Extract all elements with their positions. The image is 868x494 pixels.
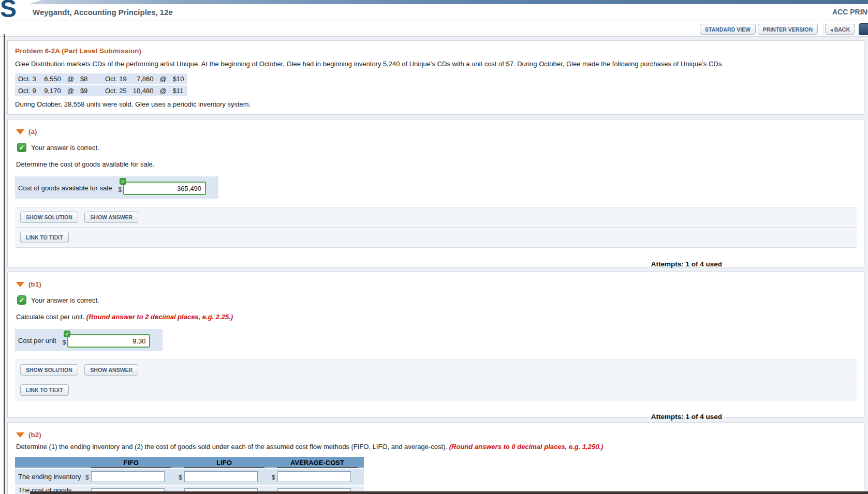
attempts-text: Attempts: 1 of 4 used <box>15 413 857 421</box>
purchase-cell: Oct. 3 <box>15 73 39 84</box>
purchase-cell: Oct. 19 <box>95 73 130 84</box>
collapse-triangle-icon[interactable] <box>16 129 24 134</box>
purchase-cell: @ <box>157 85 170 96</box>
table-cell: $ <box>271 469 364 485</box>
problem-outro: During October, 28,558 units were sold. … <box>15 100 857 108</box>
answer-field-label: Cost of goods available for sale <box>18 184 112 195</box>
collapse-triangle-icon[interactable] <box>16 432 24 438</box>
purchase-cell: 7,860 <box>130 73 157 84</box>
purchase-cell: $11 <box>170 85 187 96</box>
collapse-triangle-icon[interactable] <box>16 282 24 287</box>
assignment-content: Problem 6-2A (Part Level Submission) Gle… <box>7 40 864 494</box>
table-cell: $ <box>84 469 178 485</box>
status-text: Your answer is correct. <box>31 296 99 304</box>
purchase-cell: @ <box>157 73 170 84</box>
table-row: Oct. 9 9,170 @ $9 Oct. 25 10,480 @ $11 <box>15 85 187 96</box>
section-b2-prompt: Determine (1) the ending inventory and (… <box>16 443 857 451</box>
cost-per-unit-input[interactable] <box>67 334 150 348</box>
ending-inventory-average-cost-input[interactable] <box>277 471 351 482</box>
purchase-cell: Oct. 25 <box>95 85 130 96</box>
purchase-cell: $10 <box>170 73 187 84</box>
problem-statement-panel: Problem 6-2A (Part Level Submission) Gle… <box>7 40 864 115</box>
purchase-cell: @ <box>64 85 77 96</box>
pane-splitter <box>4 34 5 494</box>
row-label: The ending inventory <box>15 469 84 485</box>
show-solution-button[interactable]: SHOW SOLUTION <box>20 212 78 223</box>
show-answer-button[interactable]: SHOW ANSWER <box>84 212 138 223</box>
correct-badge-icon: ✓ <box>120 178 126 185</box>
link-to-text-button[interactable]: LINK TO TEXT <box>20 384 69 396</box>
course-code-label: ACC PRINC <box>832 8 868 16</box>
button-band: SHOW SOLUTION SHOW ANSWER LINK TO TEXT <box>15 207 857 248</box>
correct-badge-icon: ✓ <box>64 331 70 337</box>
printer-version-button[interactable]: PRINTER VERSION <box>758 24 818 35</box>
column-header-average-cost: AVERAGE-COST <box>271 457 364 468</box>
table-header-row: FIFO LIFO AVERAGE-COST <box>15 457 364 468</box>
button-band: SHOW SOLUTION SHOW ANSWER LINK TO TEXT <box>15 360 857 400</box>
wileyplus-logo-partial: S <box>0 0 16 23</box>
purchases-table: Oct. 3 6,550 @ $8 Oct. 19 7,860 @ $10 Oc… <box>15 72 187 97</box>
answer-field-label: Cost per unit <box>18 337 56 348</box>
currency-symbol: $ <box>118 186 122 193</box>
show-solution-button[interactable]: SHOW SOLUTION <box>20 364 78 376</box>
currency-symbol: $ <box>272 474 275 481</box>
section-b1-prompt: Calculate cost per unit. (Round answer t… <box>16 313 857 321</box>
status-text: Your answer is correct. <box>31 144 99 152</box>
toolbar: STANDARD VIEW PRINTER VERSION ◂BACK <box>0 21 868 37</box>
empty-header-cell <box>15 457 84 468</box>
section-b2-panel: (b2) Determine (1) the ending inventory … <box>7 422 864 494</box>
prompt-text: Calculate cost per unit. <box>16 313 86 321</box>
currency-symbol: $ <box>179 474 182 481</box>
section-a-panel: (a) ✓ Your answer is correct. Determine … <box>7 119 864 267</box>
answer-field-row: Cost per unit $ ✓ <box>15 329 163 351</box>
section-b2-label: (b2) <box>28 431 41 439</box>
standard-view-button[interactable]: STANDARD VIEW <box>700 24 756 35</box>
problem-title: Problem 6-2A (Part Level Submission) <box>15 47 857 55</box>
rounding-note: (Round answers to 0 decimal places, e.g.… <box>449 443 604 451</box>
purchase-cell: $9 <box>77 85 95 96</box>
correct-check-icon: ✓ <box>17 295 26 305</box>
purchase-cell: 10,480 <box>130 85 157 96</box>
top-accent-bar <box>28 0 868 4</box>
attempts-text: Attempts: 1 of 4 used <box>15 260 857 268</box>
purchase-cell: Oct. 9 <box>15 85 39 96</box>
table-row: Oct. 3 6,550 @ $8 Oct. 19 7,860 @ $10 <box>15 73 187 84</box>
next-button-cutoff[interactable] <box>859 23 868 35</box>
ending-inventory-fifo-input[interactable] <box>91 471 165 482</box>
section-a-label: (a) <box>28 128 37 136</box>
rounding-note: (Round answer to 2 decimal places, e.g. … <box>86 313 233 321</box>
back-button[interactable]: ◂BACK <box>825 24 855 35</box>
cost-flow-methods-table: FIFO LIFO AVERAGE-COST The ending invent… <box>15 456 364 494</box>
answer-field-row: Cost of goods available for sale $ ✓ <box>15 176 218 199</box>
purchase-cell: 9,170 <box>39 85 64 96</box>
purchase-cell: 6,550 <box>39 73 64 84</box>
currency-symbol: $ <box>63 339 66 346</box>
problem-intro: Glee Distribution markets CDs of the per… <box>15 60 857 68</box>
purchase-cell: @ <box>64 73 77 84</box>
section-a-prompt: Determine the cost of goods available fo… <box>16 160 857 168</box>
cost-of-goods-available-input[interactable] <box>123 182 206 195</box>
toolbar-divider <box>823 23 824 36</box>
bottom-edge-strip <box>30 491 868 494</box>
prompt-text: Determine (1) the ending inventory and (… <box>16 443 449 451</box>
table-cell: $ <box>178 469 271 485</box>
link-to-text-button[interactable]: LINK TO TEXT <box>20 232 69 243</box>
section-b1-label: (b1) <box>28 280 41 288</box>
column-header-fifo: FIFO <box>84 457 178 468</box>
back-arrow-icon: ◂ <box>830 27 833 33</box>
show-answer-button[interactable]: SHOW ANSWER <box>84 364 138 376</box>
section-b1-panel: (b1) ✓ Your answer is correct. Calculate… <box>7 272 864 418</box>
book-title: Weygandt, Accounting Principles, 12e <box>33 8 173 17</box>
back-button-label: BACK <box>834 26 850 33</box>
currency-symbol: $ <box>85 474 89 481</box>
table-row: The ending inventory $ $ $ <box>15 469 364 485</box>
correct-check-icon: ✓ <box>17 143 26 152</box>
purchase-cell: $8 <box>77 73 95 84</box>
ending-inventory-lifo-input[interactable] <box>184 471 258 482</box>
column-header-lifo: LIFO <box>178 457 271 468</box>
